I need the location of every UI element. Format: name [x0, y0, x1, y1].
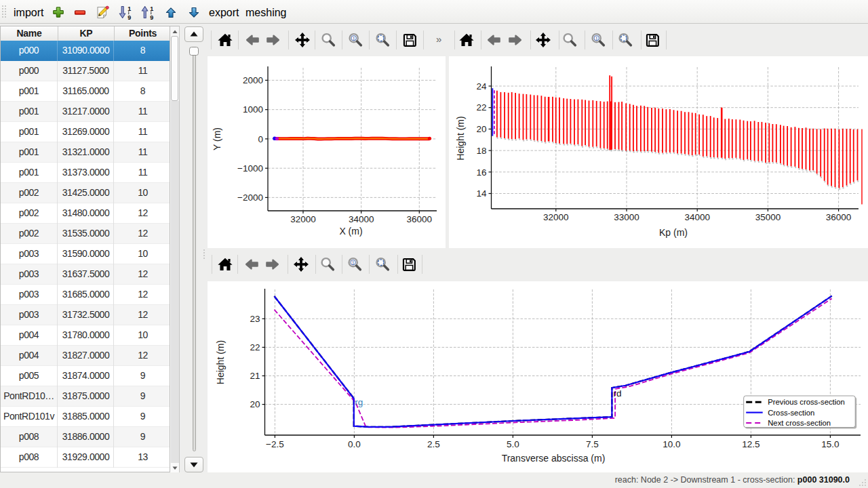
- svg-text:rg: rg: [355, 397, 363, 407]
- svg-text:35000: 35000: [755, 212, 781, 222]
- svg-text:−2.5: −2.5: [266, 439, 284, 449]
- svg-text:12.5: 12.5: [742, 439, 760, 449]
- svg-text:0.0: 0.0: [348, 439, 361, 449]
- svg-text:36000: 36000: [407, 214, 433, 224]
- svg-text:7.5: 7.5: [586, 439, 599, 449]
- svg-text:0: 0: [258, 134, 263, 144]
- svg-text:Kp (m): Kp (m): [659, 227, 688, 238]
- svg-text:X (m): X (m): [339, 226, 362, 237]
- svg-text:20: 20: [476, 124, 486, 134]
- svg-text:Height (m): Height (m): [455, 116, 466, 160]
- svg-text:−2000: −2000: [237, 192, 263, 203]
- svg-text:14: 14: [476, 188, 487, 199]
- svg-text:22: 22: [250, 342, 260, 352]
- svg-text:Transverse abscissa (m): Transverse abscissa (m): [502, 453, 606, 464]
- svg-text:24: 24: [476, 81, 487, 92]
- svg-text:36000: 36000: [826, 212, 852, 222]
- svg-text:Next cross-section: Next cross-section: [768, 419, 831, 427]
- svg-text:21: 21: [250, 371, 260, 381]
- svg-text:5.0: 5.0: [507, 439, 519, 449]
- svg-text:34000: 34000: [349, 214, 374, 224]
- svg-text:10.0: 10.0: [663, 439, 680, 449]
- svg-text:34000: 34000: [684, 212, 710, 222]
- svg-text:32000: 32000: [543, 212, 569, 222]
- svg-text:33000: 33000: [614, 212, 639, 222]
- svg-text:15.0: 15.0: [821, 439, 839, 449]
- svg-text:22: 22: [476, 102, 486, 113]
- svg-text:−1000: −1000: [237, 163, 263, 174]
- svg-text:20: 20: [250, 399, 260, 409]
- svg-text:23: 23: [250, 314, 260, 324]
- svg-text:Height (m): Height (m): [215, 340, 226, 384]
- svg-text:16: 16: [476, 167, 486, 178]
- svg-text:1000: 1000: [243, 104, 263, 115]
- svg-text:32000: 32000: [290, 214, 316, 224]
- svg-text:2000: 2000: [243, 75, 263, 85]
- svg-text:18: 18: [476, 146, 486, 156]
- svg-text:rd: rd: [614, 388, 622, 399]
- svg-text:Y (m): Y (m): [212, 127, 222, 150]
- svg-text:2.5: 2.5: [427, 439, 440, 449]
- svg-text:Cross-section: Cross-section: [768, 409, 814, 417]
- svg-text:Previous cross-section: Previous cross-section: [768, 398, 845, 406]
